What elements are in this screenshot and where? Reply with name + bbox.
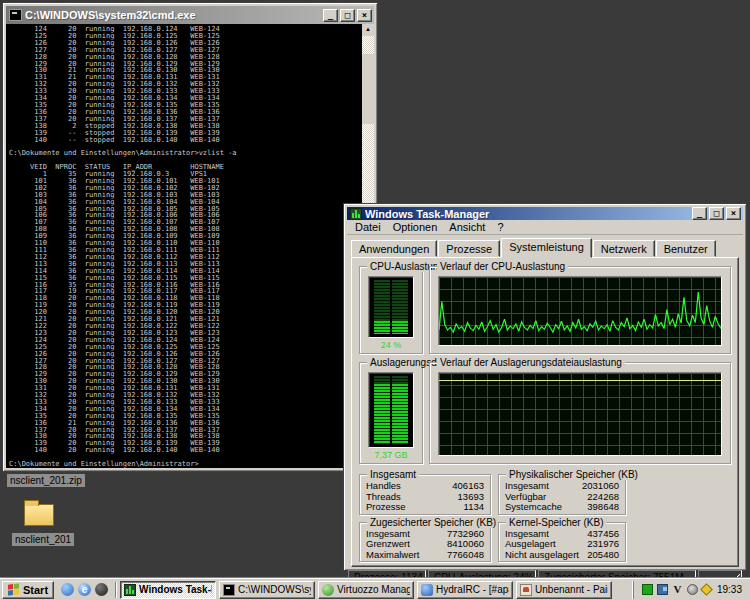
cpu-history-group-label: Verlauf der CPU-Auslastung — [437, 261, 568, 272]
stat-group-0: InsgesamtHandles406163Threads13693Prozes… — [359, 474, 491, 515]
tab-systemleistung[interactable]: Systemleistung — [501, 238, 592, 258]
start-button[interactable]: Start — [2, 581, 54, 599]
desktop-icon-zip-label[interactable]: nsclient_201.zip — [7, 474, 85, 487]
stat-value: 398648 — [587, 502, 619, 513]
taskbar-button-label: Virtuozzo Management C... — [337, 584, 410, 595]
app-blue-globe-icon[interactable] — [61, 583, 74, 596]
task-manager-title: Windows Task-Manager — [365, 208, 689, 220]
cmd-titlebar[interactable]: C:\WINDOWS\system32\cmd.exe _ □ × — [6, 6, 374, 24]
task-manager-titlebar[interactable]: Windows Task-Manager _ □ × — [347, 207, 743, 220]
tm-minimize-button[interactable]: _ — [692, 207, 707, 220]
desktop-icon-folder-label[interactable]: nsclient_201 — [12, 533, 74, 546]
folder-icon[interactable] — [24, 504, 54, 526]
stat-label: Systemcache — [505, 502, 562, 513]
stat-row: Prozesse1134 — [366, 502, 484, 513]
taskbar-button-virtuozzo[interactable]: Virtuozzo Management C... — [318, 581, 414, 599]
cmd-maximize-button[interactable]: □ — [340, 9, 355, 22]
network-monitors-icon[interactable] — [657, 584, 668, 595]
menu-datei[interactable]: Datei — [349, 220, 387, 234]
stat-label: Insgesamt — [505, 481, 549, 492]
stat-row: Systemcache398648 — [505, 502, 619, 513]
system-tray: V 19:33 — [633, 581, 748, 599]
taskbar-button-label: HydraIRC - [#apachefrie... — [436, 584, 509, 595]
pagefile-gauge-group: Auslagerungsdatei 7,37 GB — [359, 362, 423, 464]
tab-netzwerk[interactable]: Netzwerk — [593, 240, 655, 257]
stat-row: Insgesamt2031060 — [505, 481, 619, 492]
tm-close-button[interactable]: × — [726, 207, 741, 220]
task-manager-window: Windows Task-Manager _ □ × Datei Optione… — [343, 203, 747, 571]
menu-optionen[interactable]: Optionen — [387, 220, 444, 234]
stat-label: Grenzwert — [366, 539, 410, 550]
taskmgr-icon — [124, 584, 136, 596]
taskbar-button-paint[interactable]: Unbenannt - Paint — [516, 581, 612, 599]
paint-icon — [520, 584, 532, 596]
internet-explorer-icon[interactable]: e — [78, 583, 91, 596]
hydrairc-icon — [421, 584, 433, 596]
taskbar-button-cmd[interactable]: C:\WINDOWS\system32... — [219, 581, 315, 599]
menu-bar: Datei Optionen Ansicht ? — [347, 220, 743, 235]
cmd-close-button[interactable]: × — [357, 9, 372, 22]
stat-group-title: Insgesamt — [367, 469, 419, 480]
pagefile-history-group: Verlauf der Auslagerungsdateiauslastung — [429, 362, 731, 464]
cmd-window-title: C:\WINDOWS\system32\cmd.exe — [25, 9, 320, 21]
stat-row: Handles406163 — [366, 481, 484, 492]
stat-value: 231976 — [587, 539, 619, 550]
tm-maximize-button[interactable]: □ — [709, 207, 724, 220]
stat-row: Maximalwert7766048 — [366, 550, 484, 561]
tab-benutzer[interactable]: Benutzer — [656, 240, 716, 257]
pagefile-history-group-label: Verlauf der Auslagerungsdateiauslastung — [437, 357, 625, 368]
stat-group-title: Physikalischer Speicher (KB) — [506, 469, 641, 480]
console-text: 124 20 running 192.168.0.124 WEB-124 125… — [9, 26, 237, 468]
tab-prozesse[interactable]: Prozesse — [438, 240, 500, 257]
taskbar-separator — [115, 582, 117, 598]
scrollbar-up-icon[interactable]: ▲ — [362, 24, 374, 36]
pagefile-usage-gauge — [368, 372, 414, 448]
menu-ansicht[interactable]: Ansicht — [443, 220, 491, 234]
pagefile-usage-value: 7,37 GB — [374, 448, 407, 460]
taskbar-button-hydrairc[interactable]: HydraIRC - [#apachefrie... — [417, 581, 513, 599]
pagefile-history-line — [439, 380, 721, 381]
status-green-icon[interactable] — [642, 584, 653, 595]
systemleistung-tab-page: CPU-Auslastung 24 % Verlauf der CPU-Ausl… — [351, 257, 739, 567]
cpu-history-graph — [438, 276, 722, 346]
cpu-gauge-group: CPU-Auslastung 24 % — [359, 266, 423, 354]
virtuozzo-v-icon[interactable]: V — [672, 584, 683, 595]
scrollbar-thumb[interactable] — [362, 54, 374, 124]
task-manager-window-icon — [350, 208, 362, 220]
menu-help[interactable]: ? — [491, 220, 509, 234]
cmd-icon — [223, 584, 235, 596]
windows-flag-icon — [8, 583, 20, 595]
stat-group-title: Kernel-Speicher (KB) — [506, 517, 606, 528]
cpu-history-group: Verlauf der CPU-Auslastung — [429, 266, 731, 354]
gray-swirl-icon[interactable] — [687, 584, 698, 595]
stat-group-3: Kernel-Speicher (KB)Insgesamt437456Ausge… — [498, 522, 626, 563]
stat-row: Ausgelagert231976 — [505, 539, 619, 550]
cpu-usage-gauge — [368, 276, 414, 338]
tab-anwendungen[interactable]: Anwendungen — [351, 240, 437, 257]
dark-app-icon[interactable] — [95, 583, 108, 596]
stat-label: Nicht ausgelagert — [505, 550, 579, 561]
start-button-label: Start — [23, 584, 48, 596]
taskbar-button-task-manager[interactable]: Windows Task-Manag... — [120, 581, 216, 599]
taskbar-button-label: Windows Task-Manag... — [139, 584, 212, 595]
stat-value: 1134 — [464, 502, 484, 513]
stat-group-2: Zugesicherter Speicher (KB)Insgesamt7732… — [359, 522, 491, 563]
pagefile-history-graph — [438, 372, 722, 456]
taskbar-button-label: Unbenannt - Paint — [535, 584, 608, 595]
stat-value: 8410060 — [447, 539, 484, 550]
cpu-usage-value: 24 % — [381, 338, 402, 350]
stat-label: Ausgelagert — [505, 539, 556, 550]
statistics-grid: InsgesamtHandles406163Threads13693Prozes… — [359, 474, 731, 562]
gold-diamond-icon[interactable] — [700, 583, 713, 596]
cmd-minimize-button[interactable]: _ — [323, 9, 338, 22]
stat-label: Handles — [366, 481, 401, 492]
stat-group-1: Physikalischer Speicher (KB)Insgesamt203… — [498, 474, 626, 515]
virtuozzo-icon — [322, 584, 334, 596]
stat-value: 7766048 — [447, 550, 484, 561]
stat-group-title: Zugesicherter Speicher (KB) — [367, 517, 499, 528]
stat-value: 2031060 — [582, 481, 619, 492]
taskbar-clock[interactable]: 19:33 — [715, 584, 742, 595]
taskbar-button-label: C:\WINDOWS\system32... — [238, 584, 311, 595]
stat-label: Maximalwert — [366, 550, 419, 561]
stat-row: Nicht ausgelagert205480 — [505, 550, 619, 561]
